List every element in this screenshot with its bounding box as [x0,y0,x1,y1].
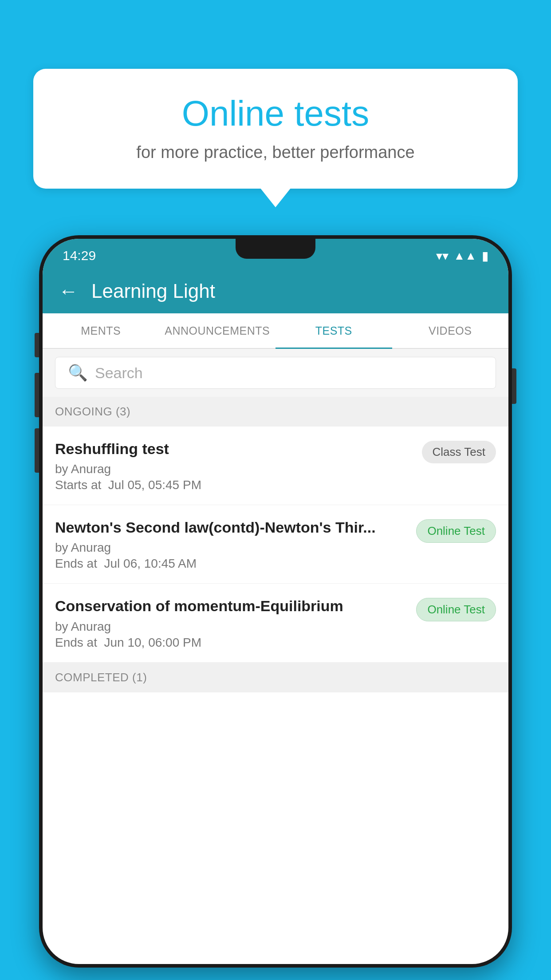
phone-container: 14:29 ▾▾ ▲▲ ▮ ← Learning Light MENTS [39,235,512,980]
tab-announcements[interactable]: ANNOUNCEMENTS [159,313,276,348]
speech-bubble-subtitle: for more practice, better performance [60,143,491,162]
test-author-3: by Anurag [55,620,407,634]
phone-volume-up-button [35,373,39,417]
tab-ments[interactable]: MENTS [43,313,159,348]
app-title: Learning Light [91,280,215,302]
test-badge-3: Online Test [416,598,496,621]
test-content-1: Reshuffling test by Anurag Starts at Jul… [55,439,422,492]
test-badge-2: Online Test [416,519,496,543]
phone-notch [236,239,315,259]
app-header: ← Learning Light [43,269,508,313]
ongoing-section-header: ONGOING (3) [43,397,508,427]
speech-bubble-title: Online tests [60,93,491,134]
test-content-2: Newton's Second law(contd)-Newton's Thir… [55,518,416,571]
search-icon: 🔍 [68,364,88,382]
test-author-2: by Anurag [55,541,407,555]
phone-screen: 14:29 ▾▾ ▲▲ ▮ ← Learning Light MENTS [43,239,508,964]
background: Online tests for more practice, better p… [0,0,551,980]
battery-icon: ▮ [482,249,488,263]
tab-tests[interactable]: TESTS [276,313,392,348]
phone-volume-down-button [35,428,39,473]
phone-power-button [512,368,516,404]
wifi-icon: ▾▾ [436,249,449,263]
test-time-2: Ends at Jul 06, 10:45 AM [55,557,407,571]
test-title-1: Reshuffling test [55,439,413,458]
phone-mute-button [35,333,39,357]
search-placeholder: Search [95,364,143,382]
test-time-3: Ends at Jun 10, 06:00 PM [55,636,407,650]
test-author-1: by Anurag [55,462,413,476]
test-item-1[interactable]: Reshuffling test by Anurag Starts at Jul… [43,427,508,505]
status-time: 14:29 [63,248,96,263]
test-item-2[interactable]: Newton's Second law(contd)-Newton's Thir… [43,505,508,584]
status-icons: ▾▾ ▲▲ ▮ [436,249,488,263]
back-button[interactable]: ← [59,280,78,302]
test-list: Reshuffling test by Anurag Starts at Jul… [43,427,508,663]
test-time-1: Starts at Jul 05, 05:45 PM [55,478,413,492]
completed-section-header: COMPLETED (1) [43,663,508,692]
test-content-3: Conservation of momentum-Equilibrium by … [55,596,416,649]
signal-icon: ▲▲ [454,249,476,263]
tabs-container: MENTS ANNOUNCEMENTS TESTS VIDEOS [43,313,508,349]
test-title-2: Newton's Second law(contd)-Newton's Thir… [55,518,407,537]
test-item-3[interactable]: Conservation of momentum-Equilibrium by … [43,584,508,662]
test-badge-1: Class Test [422,441,496,463]
search-container: 🔍 Search [43,349,508,397]
phone-frame: 14:29 ▾▾ ▲▲ ▮ ← Learning Light MENTS [39,235,512,968]
tab-videos[interactable]: VIDEOS [392,313,509,348]
search-bar[interactable]: 🔍 Search [55,357,496,389]
speech-bubble: Online tests for more practice, better p… [33,69,518,189]
test-title-3: Conservation of momentum-Equilibrium [55,596,407,616]
